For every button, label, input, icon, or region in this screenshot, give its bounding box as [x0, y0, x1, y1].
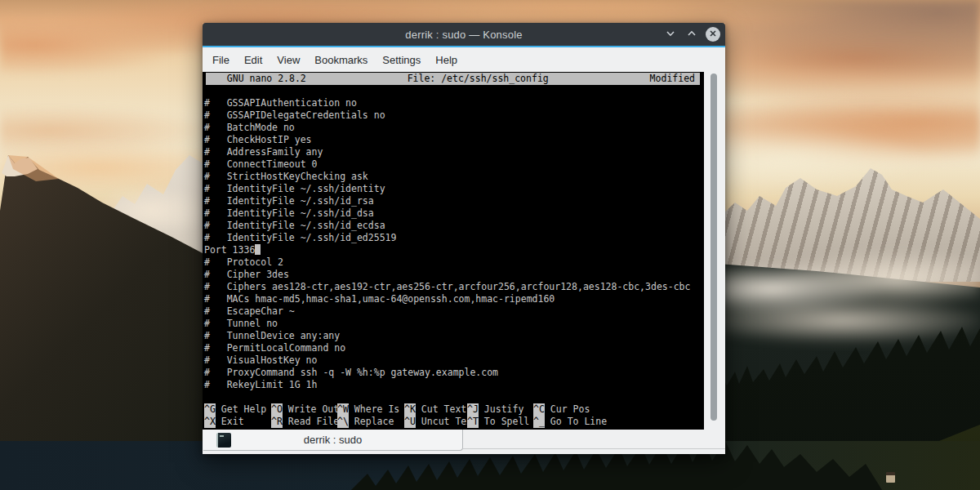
config-line: # StrictHostKeyChecking ask [204, 171, 704, 183]
nano-titlebar: GNU nano 2.8.2 File: /etc/ssh/ssh_config… [206, 73, 700, 85]
menu-edit[interactable]: Edit [237, 47, 270, 72]
config-line: # Cipher 3des [204, 269, 704, 281]
scrollbar-thumb[interactable] [710, 74, 717, 421]
config-line: # IdentityFile ~/.ssh/id_rsa [204, 195, 704, 207]
key-label: Exit [221, 416, 244, 428]
config-line: # IdentityFile ~/.ssh/id_ed25519 [204, 232, 704, 244]
nano-shortcut-row: ^GGet Help ^OWrite Out ^WWhere Is ^KCut … [204, 403, 704, 416]
konsole-window: derrik : sudo — Konsole [203, 23, 725, 454]
config-line: # VisualHostKey no [204, 354, 704, 367]
nano-shortcut: ^XExit [204, 416, 271, 428]
config-line: # RekeyLimit 1G 1h [204, 379, 704, 391]
menu-help[interactable]: Help [428, 47, 465, 72]
nano-shortcut-row: ^XExit ^RRead File ^\Replace ^UUncut Tex… [204, 416, 704, 428]
wallpaper-house [886, 472, 895, 483]
nano-shortcut: ^_Go To Line [533, 416, 607, 428]
key-label: Write Out [288, 403, 339, 416]
menu-file[interactable]: File [204, 47, 237, 72]
config-line: # GSSAPIAuthentication no [204, 97, 704, 109]
key-cap: ^U [404, 416, 416, 428]
nano-shortcut: ^\Replace [337, 416, 404, 428]
config-line: # EscapeChar ~ [204, 305, 704, 318]
tab-derrik-sudo[interactable]: derrik : sudo [203, 430, 463, 451]
key-cap: ^W [337, 403, 349, 416]
config-text: # GSSAPIAuthentication no # GSSAPIDelega… [204, 97, 704, 391]
text-cursor [255, 244, 261, 255]
key-cap: ^J [467, 403, 479, 416]
chevron-up-icon [686, 28, 697, 42]
key-cap: ^R [271, 416, 283, 428]
nano-version: GNU nano 2.8.2 [206, 73, 306, 85]
close-button[interactable] [706, 27, 720, 42]
config-line: # IdentityFile ~/.ssh/identity [204, 183, 704, 195]
nano-shortcut: ^WWhere Is [337, 403, 404, 416]
key-label: Where Is [354, 403, 399, 416]
tab-bar: derrik : sudo [203, 430, 725, 454]
key-cap: ^_ [533, 416, 545, 428]
config-line: # ProxyCommand ssh -q -W %h:%p gateway.e… [204, 367, 704, 379]
config-line: # IdentityFile ~/.ssh/id_dsa [204, 207, 704, 220]
config-line: # BatchMode no [204, 122, 704, 134]
menu-view[interactable]: View [270, 47, 307, 72]
window-title: derrik : sudo — Konsole [405, 29, 522, 41]
config-line: # IdentityFile ~/.ssh/id_ecdsa [204, 220, 704, 232]
close-icon [706, 26, 720, 43]
menu-bookmarks[interactable]: Bookmarks [307, 47, 375, 72]
config-line: # PermitLocalCommand no [204, 342, 704, 354]
config-line: # AddressFamily any [204, 146, 704, 158]
nano-shortcut-bar: ^GGet Help ^OWrite Out ^WWhere Is ^KCut … [204, 403, 704, 428]
nano-shortcut: ^KCut Text [404, 403, 467, 416]
config-line: # ConnectTimeout 0 [204, 158, 704, 171]
terminal-scrollbar[interactable] [704, 72, 725, 430]
config-line: # Tunnel no [204, 318, 704, 330]
config-line: # Ciphers aes128-ctr,aes192-ctr,aes256-c… [204, 281, 704, 293]
key-cap: ^X [204, 416, 216, 428]
chevron-down-icon [665, 28, 676, 42]
key-label: Cut Text [421, 403, 466, 416]
config-line: # CheckHostIP yes [204, 134, 704, 146]
nano-shortcut: ^OWrite Out [271, 403, 337, 416]
menu-settings[interactable]: Settings [375, 47, 428, 72]
key-label: Go To Line [550, 416, 607, 428]
key-cap: ^T [467, 416, 479, 428]
tab-label: derrik : sudo [304, 434, 363, 446]
config-line-text: Port 1336 [204, 244, 255, 256]
key-label: Get Help [221, 403, 266, 416]
config-line: # TunnelDevice any:any [204, 330, 704, 342]
terminal-icon [216, 433, 231, 448]
menu-bar: File Edit View Bookmarks Settings Help [203, 47, 725, 72]
key-cap: ^C [533, 403, 545, 416]
window-titlebar[interactable]: derrik : sudo — Konsole [203, 23, 725, 47]
config-line: # MACs hmac-md5,hmac-sha1,umac-64@openss… [204, 293, 704, 305]
key-label: Replace [354, 416, 394, 428]
nano-shortcut: ^TTo Spell [467, 416, 533, 428]
key-label: Justify [484, 403, 523, 416]
key-label: Read File [288, 416, 339, 428]
window-controls [663, 23, 720, 46]
nano-filename: File: /etc/ssh/ssh_config [306, 73, 650, 85]
terminal-screen[interactable]: GNU nano 2.8.2 File: /etc/ssh/ssh_config… [203, 72, 725, 430]
nano-shortcut: ^GGet Help [204, 403, 271, 416]
nano-modified-badge: Modified [650, 73, 700, 85]
wallpaper-fog-right [702, 241, 980, 347]
config-line: # GSSAPIDelegateCredentials no [204, 109, 704, 122]
nano-shortcut: ^JJustify [467, 403, 533, 416]
terminal-content: GNU nano 2.8.2 File: /etc/ssh/ssh_config… [203, 72, 704, 430]
key-label: To Spell [484, 416, 529, 428]
nano-shortcut: ^UUncut Text [404, 416, 467, 428]
key-cap: ^G [204, 403, 216, 416]
nano-shortcut: ^CCur Pos [533, 403, 590, 416]
key-cap: ^\ [337, 416, 349, 428]
minimize-button[interactable] [663, 27, 678, 42]
config-line-active: Port 1336 [204, 244, 704, 256]
key-cap: ^K [404, 403, 416, 416]
maximize-button[interactable] [684, 27, 699, 42]
key-label: Cur Pos [550, 403, 590, 416]
config-line: # Protocol 2 [204, 256, 704, 269]
nano-shortcut: ^RRead File [271, 416, 337, 428]
key-cap: ^O [271, 403, 283, 416]
